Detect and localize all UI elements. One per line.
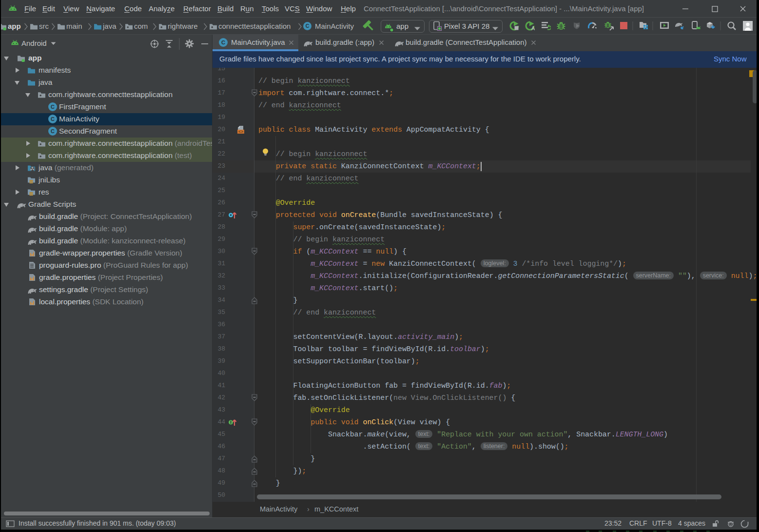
svg-text:C: C [51, 128, 55, 134]
svg-text:<>: <> [238, 129, 243, 134]
svg-text:C: C [221, 39, 225, 45]
svg-text:A: A [531, 25, 535, 31]
svg-text:C: C [51, 104, 55, 110]
svg-text:C: C [51, 116, 55, 122]
svg-text:C: C [306, 23, 310, 29]
